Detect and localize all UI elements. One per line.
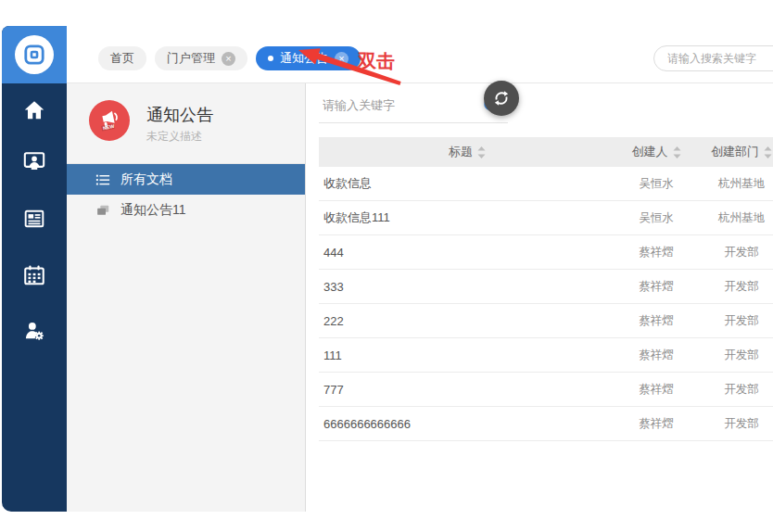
sort-icon[interactable]: [673, 146, 681, 158]
doc-title[interactable]: 222: [319, 314, 615, 328]
sidebar-item-user-settings[interactable]: [2, 317, 67, 345]
doc-department: 杭州基地: [697, 176, 773, 192]
doc-title[interactable]: 444: [319, 246, 615, 260]
menu-item-label: 所有文档: [120, 171, 172, 188]
active-dot-icon: [268, 56, 273, 61]
table-body: 收款信息 吴恒水 杭州基地 收款信息111 吴恒水 杭州基地 444 蔡祥熠 开…: [319, 167, 773, 441]
doc-creator: 蔡祥熠: [615, 416, 697, 432]
tab-label: 首页: [110, 50, 134, 67]
doc-creator: 吴恒水: [615, 210, 697, 226]
column-header-department[interactable]: 创建部门: [697, 144, 773, 160]
app-side-panel: NEW 通知公告 未定义描述 所有文档 通知公告11: [67, 83, 306, 512]
home-icon: [22, 98, 46, 122]
doc-title[interactable]: 333: [319, 280, 615, 294]
table-row[interactable]: 6666666666666 蔡祥熠 开发部: [319, 407, 773, 441]
doc-title[interactable]: 收款信息111: [319, 209, 615, 226]
sidebar-item-home[interactable]: [2, 96, 67, 124]
user-monitor-icon: [22, 149, 46, 173]
doc-department: 开发部: [697, 382, 773, 398]
doc-creator: 蔡祥熠: [615, 279, 697, 295]
panel-title: 通知公告: [146, 104, 213, 126]
doc-title[interactable]: 777: [319, 383, 615, 397]
tab-home[interactable]: 首页: [98, 46, 146, 70]
tab-portal-management[interactable]: 门户管理 ×: [155, 46, 247, 70]
list-icon: [95, 172, 110, 187]
doc-department: 开发部: [697, 348, 773, 363]
sidebar-item-users[interactable]: [2, 147, 67, 175]
doc-department: 杭州基地: [697, 210, 773, 226]
doc-title[interactable]: 收款信息: [319, 175, 615, 192]
menu-item-label: 通知公告11: [120, 202, 186, 219]
user-gear-icon: [22, 319, 46, 343]
announcement-app-icon: NEW: [89, 100, 130, 141]
logo-icon: [15, 35, 54, 74]
sort-icon[interactable]: [477, 146, 486, 158]
table-row[interactable]: 收款信息111 吴恒水 杭州基地: [319, 201, 773, 235]
top-header: 首页 门户管理 × 通知公告 ×: [67, 26, 773, 83]
doc-creator: 蔡祥熠: [615, 313, 697, 329]
menu-item-all-documents[interactable]: 所有文档: [67, 164, 305, 195]
keyword-search-input[interactable]: [319, 88, 508, 123]
panel-subtitle: 未定义描述: [146, 129, 202, 145]
app-logo[interactable]: [2, 26, 67, 83]
refresh-icon: [492, 89, 511, 108]
folder-stack-icon: [95, 203, 110, 218]
doc-creator: 蔡祥熠: [615, 348, 697, 363]
doc-creator: 吴恒水: [615, 176, 697, 192]
table-row[interactable]: 收款信息 吴恒水 杭州基地: [319, 167, 773, 201]
new-badge: NEW: [102, 123, 114, 131]
app-info-block: NEW 通知公告 未定义描述: [67, 83, 305, 164]
doc-creator: 蔡祥熠: [615, 382, 697, 398]
document-search: [319, 88, 508, 123]
document-list-area: 标题 创建人 创建部门 收款信息 吴恒水: [306, 83, 773, 512]
doc-department: 开发部: [697, 416, 773, 432]
doc-creator: 蔡祥熠: [615, 245, 697, 260]
sidebar: [2, 26, 67, 512]
column-header-title[interactable]: 标题: [319, 144, 615, 160]
doc-title[interactable]: 6666666666666: [319, 417, 615, 431]
global-search-input[interactable]: [653, 45, 773, 71]
table-row[interactable]: 444 蔡祥熠 开发部: [319, 235, 773, 270]
sort-icon[interactable]: [764, 146, 772, 158]
sidebar-item-calendar[interactable]: [2, 261, 67, 289]
tab-label: 门户管理: [167, 50, 215, 67]
table-row[interactable]: 777 蔡祥熠 开发部: [319, 373, 773, 407]
doc-department: 开发部: [697, 245, 773, 260]
close-icon[interactable]: ×: [222, 52, 235, 66]
newspaper-icon: [22, 207, 46, 231]
menu-item-notice-11[interactable]: 通知公告11: [67, 195, 305, 225]
calendar-icon: [22, 263, 46, 287]
table-row[interactable]: 333 蔡祥熠 开发部: [319, 270, 773, 304]
table-row[interactable]: 111 蔡祥熠 开发部: [319, 338, 773, 373]
annotation-double-click-label: 双击: [358, 49, 395, 74]
sidebar-item-news[interactable]: [2, 205, 67, 233]
doc-title[interactable]: 111: [319, 348, 615, 362]
doc-department: 开发部: [697, 313, 773, 329]
table-header: 标题 创建人 创建部门: [319, 137, 773, 167]
refresh-button[interactable]: [484, 81, 519, 116]
doc-department: 开发部: [697, 279, 773, 295]
column-header-creator[interactable]: 创建人: [615, 144, 697, 160]
table-row[interactable]: 222 蔡祥熠 开发部: [319, 304, 773, 338]
app-window: 首页 门户管理 × 通知公告 ×: [2, 26, 773, 512]
